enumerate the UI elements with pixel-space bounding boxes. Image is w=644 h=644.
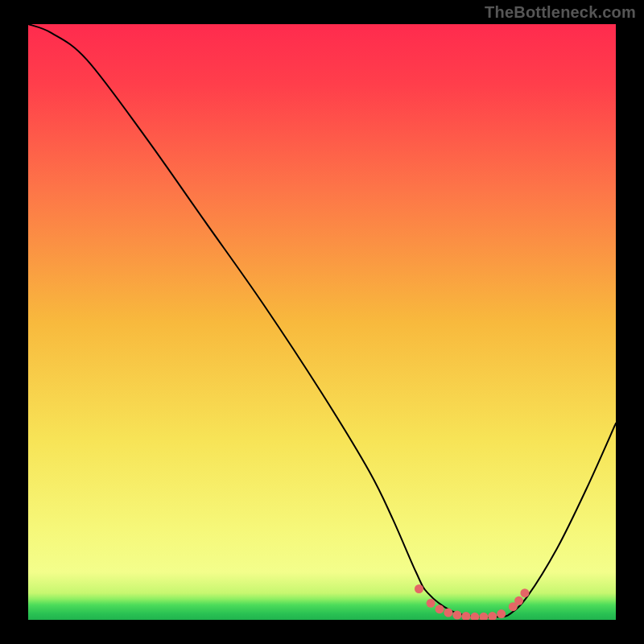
watermark: TheBottleneck.com <box>485 3 636 22</box>
trough-marker <box>452 611 461 620</box>
trough-marker <box>514 597 523 605</box>
trough-marker <box>427 599 436 608</box>
trough-marker <box>497 609 506 618</box>
chart-svg <box>28 24 616 620</box>
gradient-background <box>28 24 616 620</box>
frame: TheBottleneck.com <box>0 0 644 644</box>
trough-marker <box>444 609 452 617</box>
trough-marker <box>520 588 529 597</box>
plot-area <box>28 24 616 620</box>
trough-marker <box>436 605 444 613</box>
trough-marker <box>415 584 423 593</box>
